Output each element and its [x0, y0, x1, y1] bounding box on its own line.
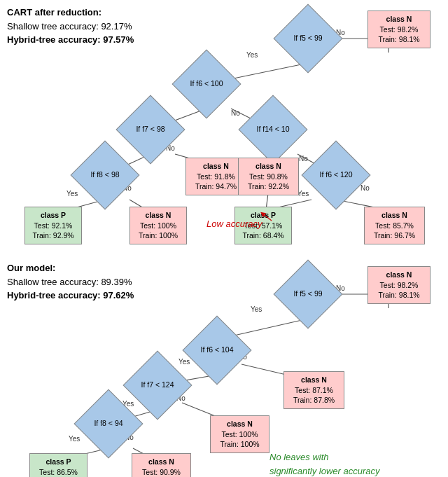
leaf-classN-90-train: Train: 92.2%	[242, 181, 295, 192]
leaf2-classP-86-test: Test: 86.5%	[34, 467, 83, 477]
leaf2-classN-90: class N Test: 90.9% Train: 90.3%	[132, 453, 191, 477]
svg-line-26	[231, 319, 308, 336]
leaf2-classN-87-train: Train: 87.8%	[288, 395, 340, 406]
leaf-classN-top-label: class N	[372, 14, 426, 25]
svg-text:Yes: Yes	[69, 435, 80, 443]
leaf2-classN-100-label: class N	[214, 419, 265, 429]
leaf2-classN-top: class N Test: 98.2% Train: 98.1%	[368, 266, 430, 304]
svg-text:Yes: Yes	[66, 190, 78, 198]
diamond-f14-10	[239, 95, 308, 165]
leaf2-classN-top-test: Test: 98.2%	[372, 280, 426, 291]
diamond-f7-98	[116, 95, 186, 165]
section2: Our model: Shallow tree accuracy: 89.39%…	[0, 256, 448, 477]
svg-text:Yes: Yes	[251, 305, 262, 313]
svg-line-25	[262, 214, 272, 221]
leaf-classN-100-test: Test: 100%	[134, 221, 183, 231]
leaf-classN-90-label: class N	[242, 161, 295, 172]
leaf-classP-92-train: Train: 92.9%	[29, 230, 78, 241]
leaf2-classN-90-test: Test: 90.9%	[136, 467, 187, 477]
svg-text:Yes: Yes	[246, 51, 258, 59]
leaf-classN-91-test: Test: 91.8%	[190, 172, 242, 182]
leaf-classN-91: class N Test: 91.8% Train: 94.7%	[186, 158, 246, 195]
leaf-classN-91-label: class N	[190, 161, 242, 172]
leaf-classP-92: class P Test: 92.1% Train: 92.9%	[24, 207, 82, 244]
leaf2-classN-90-label: class N	[136, 457, 187, 467]
section2-title3: Hybrid-tree accuracy: 97.62%	[7, 290, 134, 300]
leaf-classP-92-label: class P	[29, 210, 78, 221]
svg-text:No: No	[299, 155, 308, 163]
leaf-classN-91-train: Train: 94.7%	[190, 181, 242, 192]
leaf-classN-90: class N Test: 90.8% Train: 92.2%	[238, 158, 299, 195]
section1-title1: CART after reduction:	[7, 7, 102, 18]
leaf-classN-85-test: Test: 85.7%	[368, 221, 421, 231]
diamond2-f6-104	[183, 316, 252, 385]
leaf2-classN-top-train: Train: 98.1%	[372, 290, 426, 300]
leaf-classN-top-train: Train: 98.1%	[372, 34, 426, 45]
leaf2-classN-100-train: Train: 100%	[214, 439, 265, 450]
leaf-classN-100-train: Train: 100%	[134, 230, 183, 241]
svg-text:Yes: Yes	[178, 358, 190, 366]
leaf2-classP-86-label: class P	[34, 457, 83, 467]
section1-title2: Shallow tree accuracy: 92.17%	[7, 21, 132, 32]
diamond2-f8-94	[74, 389, 144, 459]
leaf2-classN-87: class N Test: 87.1% Train: 87.8%	[284, 371, 344, 409]
diamond-f8-98	[71, 141, 140, 210]
section1: CART after reduction: Shallow tree accur…	[0, 0, 448, 252]
svg-text:No: No	[360, 184, 370, 192]
leaf-classN-top-right: class N Test: 98.2% Train: 98.1%	[368, 11, 430, 48]
section1-title3: Hybrid-tree accuracy: 97.57%	[7, 34, 134, 45]
leaf-classN-100-label: class N	[134, 210, 183, 221]
leaf-classN-top-test: Test: 98.2%	[372, 25, 426, 35]
leaf-classP-92-test: Test: 92.1%	[29, 221, 78, 231]
svg-text:Yes: Yes	[298, 190, 309, 198]
leaf2-classP-86: class P Test: 86.5% Train: 87.6%	[29, 453, 88, 477]
leaf-classN-85-label: class N	[368, 210, 421, 221]
leaf-classN-85-train: Train: 96.7%	[368, 230, 421, 241]
leaf2-classN-87-test: Test: 87.1%	[288, 385, 340, 396]
diamond2-f7-124	[123, 351, 192, 420]
leaf2-classN-top-label: class N	[372, 270, 426, 280]
diamond-f6-100	[172, 50, 241, 119]
leaf2-classN-87-label: class N	[288, 375, 340, 385]
leaf-classN-85: class N Test: 85.7% Train: 96.7%	[364, 207, 425, 244]
leaf2-classN-100: class N Test: 100% Train: 100%	[210, 415, 270, 453]
section2-title2: Shallow tree accuracy: 89.39%	[7, 277, 132, 287]
diamond-f6-120	[302, 141, 371, 210]
svg-text:No: No	[231, 109, 240, 117]
leaf2-classN-100-test: Test: 100%	[214, 429, 265, 440]
no-leaves-annotation: No leaves withsignificantly lower accura…	[270, 450, 380, 477]
leaf-classN-100: class N Test: 100% Train: 100%	[130, 207, 187, 244]
arrow-annotation	[231, 207, 273, 235]
leaf-classN-90-test: Test: 90.8%	[242, 172, 295, 182]
section2-title1: Our model:	[7, 263, 55, 273]
svg-line-32	[182, 403, 217, 417]
